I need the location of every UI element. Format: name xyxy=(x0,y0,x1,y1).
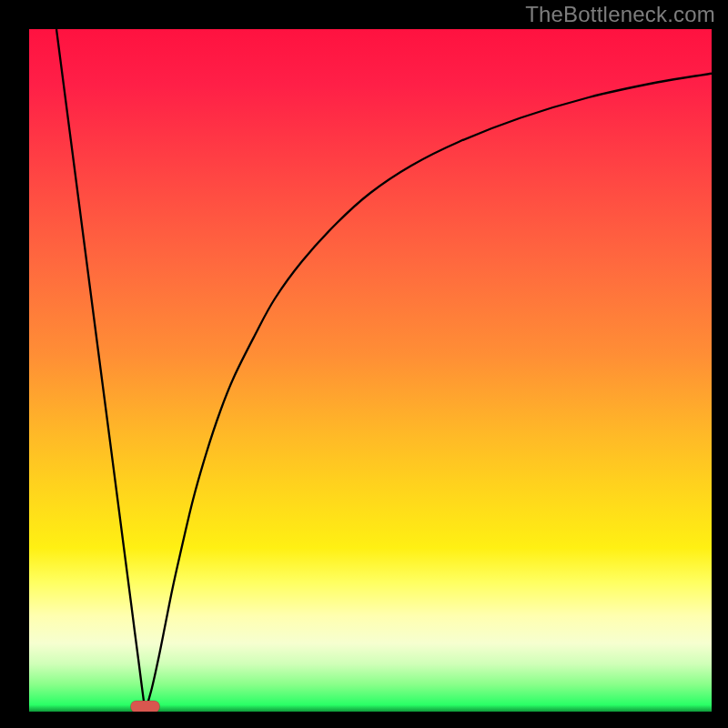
right-branch-curve xyxy=(146,74,713,712)
chart-frame: TheBottleneck.com xyxy=(0,0,728,728)
curve-svg xyxy=(29,29,712,712)
optimum-marker xyxy=(131,701,160,712)
watermark-text: TheBottleneck.com xyxy=(525,2,715,27)
plot-area xyxy=(29,29,712,712)
left-branch-curve xyxy=(56,29,146,712)
